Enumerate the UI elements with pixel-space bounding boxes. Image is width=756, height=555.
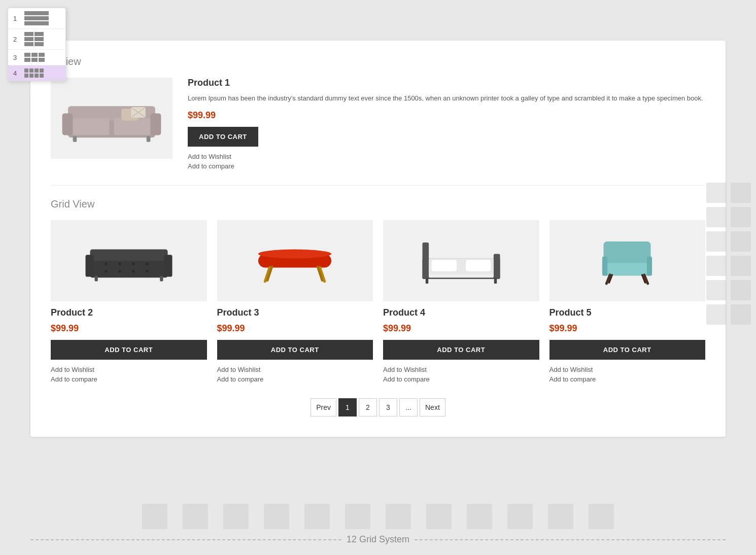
svg-rect-14 (85, 255, 93, 276)
right-decorative-dots (701, 178, 756, 330)
dropdown-item-2[interactable]: 2 (8, 29, 65, 50)
list-product-1-image (51, 78, 173, 159)
grid-view-title: Grid View (51, 198, 705, 210)
dropdown-num-4: 4 (13, 70, 22, 77)
grid-product-2-add-to-cart[interactable]: ADD TO CART (51, 340, 207, 360)
grid-product-5-add-to-cart[interactable]: ADD TO CART (549, 340, 706, 360)
grid-system-label: 12 Grid System (347, 534, 409, 545)
grid-product-4-name: Product 4 (383, 307, 539, 318)
pagination-prev[interactable]: Prev (311, 398, 336, 417)
grid-product-3-image (217, 220, 373, 301)
dropdown-item-3[interactable]: 3 (8, 50, 65, 65)
grid-product-3-name: Product 3 (217, 307, 373, 318)
sofa-illustration (58, 90, 165, 146)
svg-point-22 (132, 270, 134, 272)
grid-product-2: Product 2 $99.99 ADD TO CART Add to Wish… (51, 220, 207, 383)
grid-product-3-price: $99.99 (217, 323, 373, 334)
list-product-1-compare[interactable]: Add to compare (188, 162, 705, 170)
svg-rect-13 (90, 249, 167, 261)
pagination-page-1[interactable]: 1 (338, 398, 357, 417)
main-card: It View (30, 41, 726, 437)
svg-rect-38 (466, 260, 491, 271)
grid-product-2-price: $99.99 (51, 323, 207, 334)
grid-product-5: Product 5 $99.99 ADD TO CART Add to Wish… (549, 220, 706, 383)
grid-product-2-compare[interactable]: Add to compare (51, 375, 207, 383)
grid-product-3-compare[interactable]: Add to compare (217, 375, 373, 383)
svg-point-17 (118, 262, 121, 265)
list-view-section: It View (51, 56, 705, 170)
svg-rect-4 (73, 118, 110, 135)
dropdown-num-1: 1 (13, 15, 22, 22)
svg-point-20 (105, 270, 107, 272)
svg-rect-2 (62, 113, 73, 135)
grid-product-2-name: Product 2 (51, 307, 207, 318)
chesterfield-illustration (83, 235, 175, 286)
svg-rect-42 (604, 241, 651, 263)
grid-view-section: Grid View (51, 198, 705, 417)
grid-product-4: Product 4 $99.99 ADD TO CART Add to Wish… (383, 220, 539, 383)
svg-rect-34 (494, 254, 500, 279)
pagination-ellipsis: ... (399, 398, 418, 417)
grid-product-3-wishlist[interactable]: Add to Wishlist (217, 366, 373, 373)
dropdown-num-2: 2 (13, 36, 22, 43)
grid-label-row: 12 Grid System (30, 534, 726, 545)
svg-rect-41 (604, 261, 651, 276)
svg-rect-25 (160, 275, 163, 281)
svg-rect-44 (647, 256, 652, 275)
grid-product-2-image (51, 220, 207, 301)
section-divider (51, 185, 705, 186)
svg-point-27 (258, 249, 331, 258)
grid-product-5-actions: Add to Wishlist Add to compare (549, 366, 706, 383)
dropdown-item-1[interactable]: 1 (8, 8, 65, 29)
grid-product-4-price: $99.99 (383, 323, 539, 334)
grid-product-3: Product 3 $99.99 ADD TO CART Add to Wish… (217, 220, 373, 383)
grid-dashes-left (30, 539, 341, 540)
svg-point-18 (132, 262, 134, 265)
pagination-page-3[interactable]: 3 (379, 398, 397, 417)
pagination: Prev 1 2 3 ... Next (51, 398, 705, 417)
grid-icon-1 (24, 11, 49, 25)
grid-product-3-actions: Add to Wishlist Add to compare (217, 366, 373, 383)
grid-product-4-actions: Add to Wishlist Add to compare (383, 366, 539, 383)
list-view-title: It View (51, 56, 705, 67)
pagination-next[interactable]: Next (420, 398, 445, 417)
svg-rect-24 (94, 275, 97, 281)
svg-point-23 (146, 270, 148, 272)
grid-product-5-compare[interactable]: Add to compare (549, 375, 706, 383)
grid-icon-2 (24, 32, 44, 46)
grid-product-5-image (549, 220, 706, 301)
bed-illustration (416, 233, 507, 289)
svg-point-19 (146, 262, 148, 265)
grid-product-3-add-to-cart[interactable]: ADD TO CART (217, 340, 373, 360)
list-product-1-add-to-cart[interactable]: ADD TO CART (188, 127, 258, 147)
grid-icon-3 (24, 53, 45, 62)
grid-product-2-wishlist[interactable]: Add to Wishlist (51, 366, 207, 373)
svg-rect-11 (147, 136, 151, 142)
svg-rect-40 (494, 278, 497, 284)
dropdown-item-4[interactable]: 4 (8, 65, 65, 81)
list-product-1-name: Product 1 (188, 78, 705, 88)
svg-rect-37 (431, 260, 457, 271)
dropdown-num-3: 3 (13, 54, 22, 61)
grid-icon-4 (24, 68, 44, 78)
svg-rect-39 (426, 278, 428, 284)
grid-product-5-price: $99.99 (549, 323, 706, 334)
grid-product-4-add-to-cart[interactable]: ADD TO CART (383, 340, 539, 360)
svg-rect-43 (602, 256, 607, 275)
grid-product-5-wishlist[interactable]: Add to Wishlist (549, 366, 706, 373)
svg-rect-3 (150, 113, 161, 135)
grid-product-2-actions: Add to Wishlist Add to compare (51, 366, 207, 383)
view-dropdown-panel: 1 2 3 4 (8, 8, 66, 81)
bottom-area: 12 Grid System (0, 504, 756, 545)
svg-rect-12 (90, 258, 167, 278)
list-product-1-info: Product 1 Lorem Ipsum has been the indus… (188, 78, 705, 170)
chair-illustration (581, 233, 673, 289)
grid-product-4-compare[interactable]: Add to compare (383, 375, 539, 383)
svg-point-21 (118, 270, 121, 272)
list-product-1-wishlist[interactable]: Add to Wishlist (188, 153, 705, 160)
svg-rect-10 (73, 136, 77, 142)
pagination-page-2[interactable]: 2 (359, 398, 377, 417)
svg-rect-5 (114, 118, 151, 135)
grid-product-5-name: Product 5 (549, 307, 706, 318)
grid-product-4-wishlist[interactable]: Add to Wishlist (383, 366, 539, 373)
